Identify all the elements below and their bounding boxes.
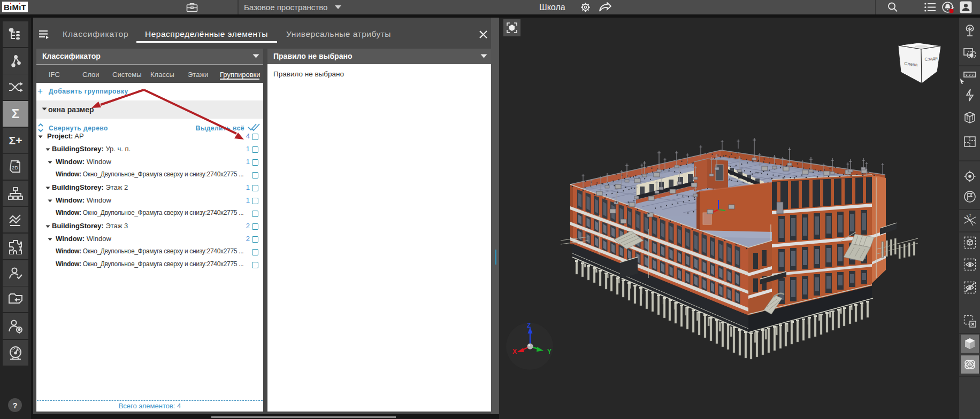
svg-text:X: X xyxy=(512,348,517,355)
svg-text:2D: 2D xyxy=(12,165,18,170)
svg-text:Y: Y xyxy=(547,348,552,355)
svg-text:Z: Z xyxy=(527,322,531,329)
svg-text:2: 2 xyxy=(969,214,971,217)
